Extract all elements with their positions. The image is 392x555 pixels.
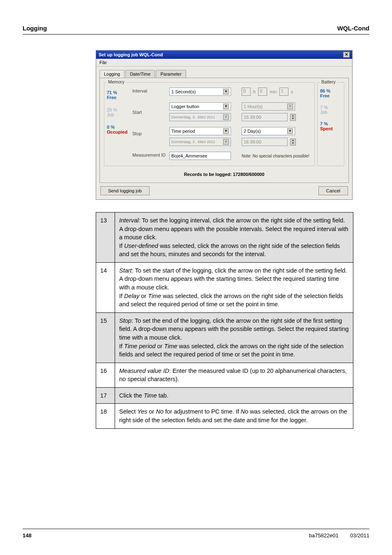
interval-select[interactable]: 1 Second(s) ▼ — [169, 88, 231, 96]
chevron-down-icon: ▼ — [287, 104, 293, 109]
chevron-down-icon[interactable]: ▼ — [223, 128, 229, 134]
meas-note: Note: No special characters possible! — [242, 154, 309, 158]
header-left: Logging — [23, 25, 47, 32]
step-num: 14 — [96, 262, 115, 312]
mem-job-label: Job — [107, 112, 132, 117]
stop-time-field: 16:39:00 — [242, 138, 288, 146]
chevron-down-icon[interactable]: ▼ — [223, 104, 229, 109]
stop-date-select: Donnerstag, 3 . März 2011 ▼ — [169, 138, 231, 146]
start-value: Logger button — [171, 104, 199, 109]
chevron-down-icon[interactable]: ▼ — [223, 89, 229, 95]
chevron-down-icon: ▼ — [223, 139, 229, 145]
stop-days-select[interactable]: 2 Day(s) ▼ — [242, 127, 295, 135]
stop-label: Stop — [132, 131, 169, 153]
interval-label: Interval — [132, 88, 169, 110]
bat-free-label: Free — [320, 93, 341, 98]
hours-spinner[interactable]: 0 — [242, 88, 251, 96]
spinner-icon: ▲▼ — [290, 139, 296, 146]
tab-logging[interactable]: Logging — [99, 70, 125, 78]
spinner-icon: ▲▼ — [290, 114, 296, 121]
start-time-value: 15:39:00 — [244, 115, 261, 120]
bat-job-label: Job — [320, 110, 341, 115]
dialog-window: Set up logging job WQL-Cond ✕ File Loggi… — [96, 50, 353, 200]
memory-label: Memory — [107, 79, 126, 84]
bat-free-pct: 86 % — [320, 88, 341, 93]
s-unit: s — [291, 89, 293, 94]
bat-spent-label: Spent — [320, 126, 341, 131]
start-select[interactable]: Logger button ▼ — [169, 102, 231, 111]
close-icon[interactable]: ✕ — [343, 52, 350, 58]
start-hours-select: 1 Hour(s) ▼ — [242, 102, 295, 111]
stop-value: Time period — [171, 129, 195, 134]
tab-parameter[interactable]: Parameter — [156, 70, 186, 78]
start-date-select: Donnerstag, 3 . März 2011 ▼ — [169, 113, 231, 121]
start-time-field: 15:39:00 — [242, 113, 288, 121]
step-text: Stop: To set the end of the logging, cli… — [115, 312, 353, 363]
step-text: Click the Time tab. — [115, 387, 353, 404]
meas-id-input[interactable]: Boje4_Ammersee — [169, 152, 231, 160]
mem-occ-pct: 0 % — [107, 125, 132, 130]
step-text: Select Yes or No for adjustment to PC ti… — [115, 404, 353, 428]
menu-file[interactable]: File — [99, 60, 107, 65]
header-rule — [23, 34, 369, 35]
h-unit: h — [253, 89, 256, 94]
stop-date-value: Donnerstag, 3 . März 2011 — [171, 140, 215, 144]
mem-occ-label: Occupied — [107, 130, 132, 134]
stop-time-value: 16:39:00 — [244, 139, 261, 144]
battery-label: Battery — [320, 79, 337, 84]
interval-value: 1 Second(s) — [171, 89, 196, 94]
sec-spinner[interactable]: 1 — [279, 88, 288, 96]
step-text: Start: To set the start of the logging, … — [115, 262, 353, 312]
min-unit: min — [270, 89, 277, 94]
page-number: 148 — [23, 532, 32, 539]
header-right: WQL-Cond — [337, 25, 369, 32]
step-text: Measured value ID: Enter the measured va… — [115, 363, 353, 387]
chevron-down-icon: ▼ — [223, 114, 229, 120]
step-num: 13 — [96, 213, 115, 263]
step-num: 16 — [96, 363, 115, 387]
step-text: Interval: To set the logging interval, c… — [115, 213, 353, 263]
chevron-down-icon[interactable]: ▼ — [287, 128, 293, 134]
min-spinner[interactable]: 0 — [258, 88, 267, 96]
stop-days-value: 2 Day(s) — [244, 129, 261, 134]
dialog-title: Set up logging job WQL-Cond — [99, 52, 163, 57]
start-date-value: Donnerstag, 3 . März 2011 — [171, 115, 215, 119]
step-num: 18 — [96, 404, 115, 428]
cancel-button[interactable]: Cancel — [318, 186, 348, 195]
memory-panel: Memory 71 % Free 29 % Job — [104, 82, 315, 166]
send-button[interactable]: Send logging job — [100, 186, 150, 195]
doc-date: 03/2011 — [350, 532, 369, 539]
battery-panel: Battery 86 % Free 7 % Job — [317, 82, 344, 166]
mem-free-pct: 71 % — [107, 90, 132, 95]
bat-job-pct: 7 % — [320, 105, 341, 110]
meas-id-value: Boje4_Ammersee — [171, 153, 207, 158]
tab-datetime[interactable]: Date/Time — [125, 70, 155, 78]
mem-job-pct: 29 % — [107, 107, 132, 112]
start-hours-value: 1 Hour(s) — [244, 104, 263, 109]
step-num: 15 — [96, 312, 115, 363]
step-num: 17 — [96, 387, 115, 404]
meas-id-label: Measurement ID — [132, 153, 169, 157]
records-text: Records to be logged: 172800/600000 — [104, 172, 344, 177]
stop-select[interactable]: Time period ▼ — [169, 127, 231, 135]
start-label: Start — [132, 110, 169, 131]
instruction-table: 13 Interval: To set the logging interval… — [96, 212, 353, 429]
bat-spent-pct: 7 % — [320, 121, 341, 126]
doc-id: ba75822e01 — [309, 532, 339, 539]
mem-free-label: Free — [107, 95, 132, 100]
